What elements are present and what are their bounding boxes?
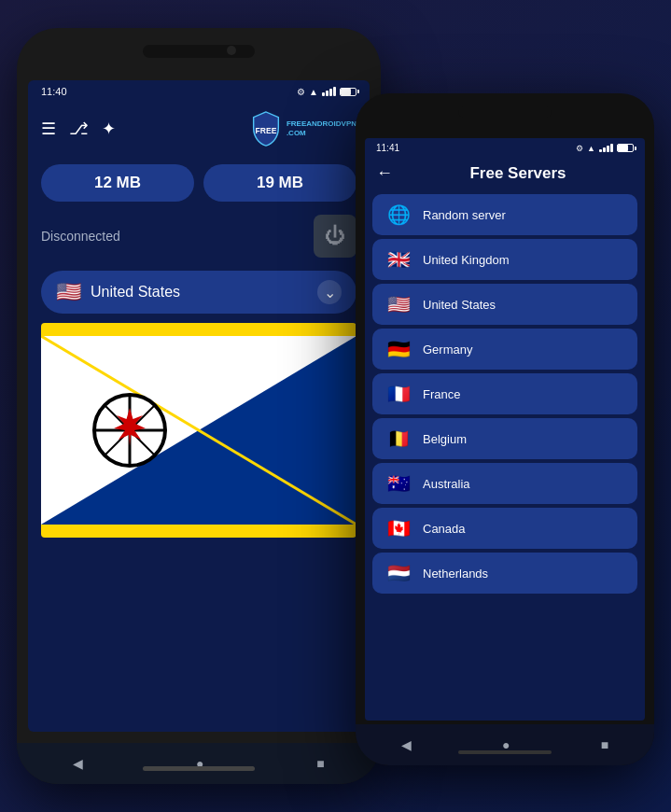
- server-item-random[interactable]: 🌐 Random server: [372, 194, 637, 235]
- phone1-screen: 11:40 ⚙ ▲ ☰ ⎇: [28, 80, 370, 732]
- be-flag: 🇧🇪: [385, 427, 412, 450]
- server-name-ca: Canada: [423, 522, 466, 536]
- phone1: 11:40 ⚙ ▲ ☰ ⎇: [17, 28, 381, 784]
- phone2-status-icons: ⚙ ▲: [576, 144, 634, 153]
- uk-flag: 🇬🇧: [385, 248, 412, 271]
- phone1-notch: [143, 45, 255, 58]
- chevron-down-icon[interactable]: ⌄: [317, 280, 342, 304]
- power-button[interactable]: ⏻: [314, 215, 356, 258]
- compass-symbol: [83, 384, 176, 477]
- phone2-screen: 11:41 ⚙ ▲ ← Fre: [365, 138, 645, 721]
- server-name-au: Australia: [423, 477, 470, 491]
- phone2-header: ← Free Servers: [365, 158, 645, 194]
- flag-yellow-top: [41, 323, 356, 336]
- au-flag: 🇦🇺: [385, 472, 412, 495]
- scene: 11:40 ⚙ ▲ ☰ ⎇: [0, 0, 671, 812]
- phone2-navbar: ◀ ● ■: [356, 724, 654, 765]
- country-flag: 🇺🇸: [56, 280, 81, 304]
- signal-icon: [322, 87, 336, 96]
- server-item-uk[interactable]: 🇬🇧 United Kingdom: [372, 239, 637, 280]
- phone1-status-icons: ⚙ ▲: [297, 87, 356, 97]
- phone2-notch: [458, 106, 552, 118]
- server-name-nl: Netherlands: [423, 567, 488, 581]
- connection-status: Disconnected: [41, 229, 120, 244]
- phone2-home-bar: [458, 750, 552, 754]
- data-row: 12 MB 19 MB: [28, 155, 370, 211]
- share-icon[interactable]: ⎇: [69, 119, 89, 139]
- server-name-us: United States: [423, 298, 496, 312]
- country-name: United States: [91, 284, 308, 301]
- server-name-be: Belgium: [423, 432, 467, 446]
- phone1-home-bar: [143, 766, 255, 771]
- bonaire-flag: [41, 323, 356, 538]
- svg-text:FREE: FREE: [255, 126, 276, 135]
- server-item-ca[interactable]: 🇨🇦 Canada: [372, 508, 637, 549]
- server-name-fr: France: [423, 387, 460, 401]
- logo: FREE FREEANDROIDVPN .COM: [249, 110, 356, 147]
- phone1-home-button[interactable]: ●: [177, 749, 222, 778]
- server-name-de: Germany: [423, 343, 472, 357]
- phone2: 11:41 ⚙ ▲ ← Fre: [356, 93, 654, 765]
- phone1-statusbar: 11:40 ⚙ ▲: [28, 80, 370, 103]
- settings-icon: ⚙: [297, 87, 305, 97]
- wifi-icon: ▲: [309, 87, 318, 97]
- country-selector[interactable]: 🇺🇸 United States ⌄: [41, 271, 356, 314]
- server-item-be[interactable]: 🇧🇪 Belgium: [372, 418, 637, 459]
- logo-text: FREEANDROIDVPN .COM: [287, 119, 356, 137]
- phone1-back-button[interactable]: ◀: [54, 749, 102, 778]
- settings-icon-p2: ⚙: [576, 144, 583, 153]
- random-flag: 🌐: [385, 203, 412, 226]
- ca-flag: 🇨🇦: [385, 517, 412, 539]
- phone2-time: 11:41: [376, 143, 399, 153]
- phone1-toolbar: ☰ ⎇ ✦ FREE FREEANDROIDVPN .COM: [28, 103, 370, 155]
- menu-icon[interactable]: ☰: [41, 119, 56, 139]
- status-row: Disconnected ⏻: [28, 211, 370, 267]
- phone2-back-button[interactable]: ◀: [386, 732, 426, 758]
- phone2-recent-button[interactable]: ■: [586, 732, 623, 758]
- flag-yellow-bottom: [41, 525, 356, 538]
- phone1-recent-button[interactable]: ■: [298, 749, 342, 778]
- nl-flag: 🇳🇱: [385, 562, 412, 584]
- phone1-navbar: ◀ ● ■: [17, 743, 381, 784]
- download-badge: 12 MB: [41, 164, 194, 202]
- server-item-fr[interactable]: 🇫🇷 France: [372, 373, 637, 414]
- server-item-de[interactable]: 🇩🇪 Germany: [372, 329, 637, 370]
- us-flag: 🇺🇸: [385, 293, 412, 315]
- server-item-au[interactable]: 🇦🇺 Australia: [372, 463, 637, 504]
- upload-badge: 19 MB: [203, 164, 356, 202]
- signal-icon-p2: [599, 144, 613, 152]
- server-item-us[interactable]: 🇺🇸 United States: [372, 284, 637, 325]
- wifi-icon-p2: ▲: [587, 144, 595, 153]
- page-title: Free Servers: [402, 164, 634, 183]
- battery-icon-p2: [617, 144, 634, 152]
- server-item-nl[interactable]: 🇳🇱 Netherlands: [372, 553, 637, 594]
- rate-icon[interactable]: ✦: [102, 119, 116, 139]
- flag-display: [41, 323, 356, 538]
- shield-logo: FREE: [249, 110, 283, 147]
- phone2-statusbar: 11:41 ⚙ ▲: [365, 138, 645, 158]
- fr-flag: 🇫🇷: [385, 383, 412, 405]
- de-flag: 🇩🇪: [385, 338, 412, 360]
- server-list: 🌐 Random server 🇬🇧 United Kingdom 🇺🇸 Uni…: [365, 194, 645, 594]
- phone1-camera: [227, 46, 236, 55]
- server-name-random: Random server: [423, 208, 506, 222]
- battery-icon: [340, 88, 356, 96]
- server-name-uk: United Kingdom: [423, 253, 510, 267]
- phone1-time: 11:40: [41, 86, 67, 97]
- back-button[interactable]: ←: [376, 163, 393, 183]
